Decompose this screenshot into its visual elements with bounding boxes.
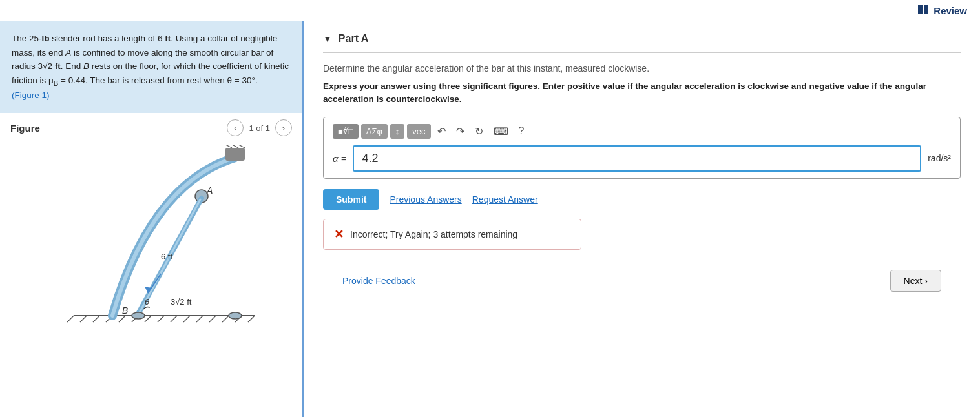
undo-button[interactable]: ↶ (433, 124, 450, 139)
keyboard-button[interactable]: ⌨ (490, 124, 512, 139)
figure-label: Figure (10, 123, 40, 134)
svg-line-11 (171, 316, 177, 322)
provide-feedback-link[interactable]: Provide Feedback (342, 276, 415, 286)
next-button[interactable]: Next › (890, 270, 941, 292)
vec-button[interactable]: vec (407, 124, 430, 139)
redo-button[interactable]: ↷ (452, 124, 468, 139)
figure-diagram: A B θ 6 ft 3√2 ft (35, 145, 267, 338)
svg-line-13 (196, 316, 203, 322)
reset-button[interactable]: ↻ (471, 124, 487, 139)
svg-rect-18 (225, 148, 245, 161)
math-template-button[interactable]: ■∜□ (333, 124, 359, 139)
request-answer-button[interactable]: Request Answer (472, 194, 538, 205)
prev-figure-button[interactable]: ‹ (227, 119, 244, 136)
review-icon (918, 5, 930, 16)
feedback-message: Incorrect; Try Again; 3 attempts remaini… (350, 229, 517, 239)
svg-line-3 (67, 316, 74, 322)
svg-rect-1 (924, 5, 928, 14)
svg-text:B: B (122, 305, 128, 316)
next-figure-button[interactable]: › (275, 119, 292, 136)
instructions-text: Express your answer using three signific… (323, 80, 961, 107)
svg-line-10 (158, 316, 164, 322)
svg-line-12 (183, 316, 190, 322)
svg-line-9 (145, 316, 151, 322)
svg-line-17 (248, 316, 255, 322)
part-title: Part A (339, 33, 369, 45)
bottom-bar: Provide Feedback Next › (323, 263, 961, 298)
error-icon: ✕ (334, 227, 344, 241)
svg-rect-0 (918, 5, 923, 14)
feedback-box: ✕ Incorrect; Try Again; 3 attempts remai… (323, 219, 581, 250)
answer-box: ■∜□ AΣφ ↕ vec ↶ ↷ ↻ ⌨ ? α = rad/s² (323, 117, 961, 179)
review-button[interactable]: Review (918, 5, 967, 16)
page-indicator: 1 of 1 (249, 123, 270, 133)
svg-text:A: A (206, 185, 213, 196)
next-label: Next (904, 276, 923, 286)
unit-label: rad/s² (928, 153, 951, 163)
svg-text:θ: θ (145, 297, 149, 307)
review-label: Review (933, 5, 967, 16)
help-button[interactable]: ? (515, 124, 528, 138)
svg-text:6 ft: 6 ft (161, 252, 172, 261)
alpha-label: α = (333, 153, 346, 164)
submit-button[interactable]: Submit (323, 189, 379, 210)
problem-text-box: The 25-lb slender rod has a length of 6 … (0, 21, 302, 113)
figure-link[interactable]: (Figure 1) (12, 90, 50, 100)
svg-line-15 (222, 316, 229, 322)
svg-line-20 (232, 145, 238, 148)
svg-point-32 (132, 312, 145, 319)
figure-section: Figure ‹ 1 of 1 › (0, 113, 302, 348)
collapse-arrow-icon[interactable]: ▼ (323, 34, 332, 44)
svg-text:3√2 ft: 3√2 ft (171, 297, 192, 307)
svg-line-28 (148, 274, 161, 293)
previous-answers-button[interactable]: Previous Answers (390, 194, 461, 205)
svg-line-19 (225, 145, 232, 148)
svg-line-7 (119, 316, 125, 322)
svg-line-4 (80, 316, 87, 322)
next-chevron-icon: › (924, 276, 928, 286)
format-button[interactable]: ↕ (390, 124, 405, 139)
answer-input[interactable] (353, 145, 921, 172)
svg-line-14 (209, 316, 216, 322)
toolbar: ■∜□ AΣφ ↕ vec ↶ ↷ ↻ ⌨ ? (333, 124, 951, 139)
action-row: Submit Previous Answers Request Answer (323, 189, 961, 210)
problem-description: The 25-lb slender rod has a length of 6 … (12, 34, 289, 85)
figure-image: A B θ 6 ft 3√2 ft (10, 141, 292, 341)
svg-line-5 (93, 316, 99, 322)
figure-nav: ‹ 1 of 1 › (227, 119, 292, 136)
part-header: ▼ Part A (323, 21, 961, 53)
symbols-button[interactable]: AΣφ (361, 124, 388, 139)
svg-line-21 (238, 145, 245, 148)
question-text: Determine the angular acceleration of th… (323, 63, 961, 74)
svg-point-33 (229, 312, 242, 319)
